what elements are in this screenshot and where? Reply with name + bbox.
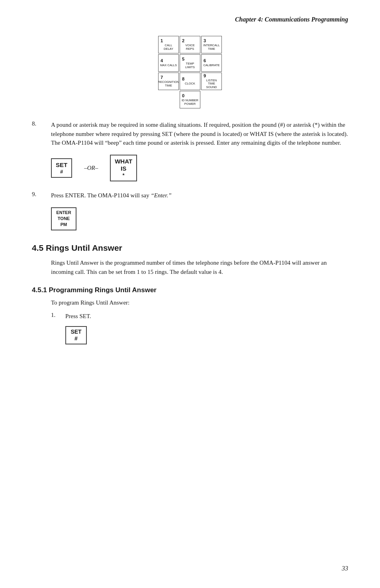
step-8-content: A pound or asterisk may be required in s… bbox=[51, 120, 348, 147]
what-label: WHAT bbox=[115, 158, 132, 165]
step-9-num: 9. bbox=[32, 191, 51, 198]
section-451: 4.5.1 Programming Rings Until Answer To … bbox=[32, 286, 348, 344]
section-451-title: 4.5.1 Programming Rings Until Answer bbox=[32, 286, 348, 294]
set-button-display: SET # bbox=[51, 158, 72, 178]
enter-button-display: ENTER TONE PM bbox=[51, 207, 76, 230]
set-sub: # bbox=[60, 169, 63, 175]
keypad-container: 1 CALLDELAY 2 VOICEREPS 3 INTERCALLTIME … bbox=[32, 36, 348, 108]
step-9-item: 9. Press ENTER. The OMA-P1104 will say “… bbox=[32, 191, 348, 200]
is-label: IS bbox=[121, 165, 126, 172]
step-9-section: 9. Press ENTER. The OMA-P1104 will say “… bbox=[32, 191, 348, 230]
key-0: 0 ID NUMBERPOWER bbox=[180, 91, 200, 108]
section-451-list: To program Rings Until Answer: 1. Press … bbox=[51, 298, 348, 344]
enter-btn-container: ENTER TONE PM bbox=[51, 207, 348, 230]
keypad-grid: 1 CALLDELAY 2 VOICEREPS 3 INTERCALLTIME … bbox=[158, 36, 222, 108]
step-9-content: Press ENTER. The OMA-P1104 will say “Ent… bbox=[51, 191, 348, 200]
key-9: 9 LISTEN TIMESOUND bbox=[201, 73, 222, 90]
key-7: 7 RECOGNITIONTIME bbox=[158, 73, 179, 90]
step1-content: Press SET. SET # bbox=[65, 312, 91, 344]
enter-label: ENTER bbox=[56, 210, 71, 216]
section-45: 4.5 Rings Until Answer Rings Until Answe… bbox=[32, 243, 348, 277]
key-3: 3 INTERCALLTIME bbox=[201, 36, 222, 53]
section-45-body: Rings Until Answer is the programmed num… bbox=[51, 258, 348, 277]
step1-num: 1. bbox=[51, 312, 65, 344]
step-9-italic: “Enter.” bbox=[151, 192, 171, 199]
set-small-sub: # bbox=[74, 335, 78, 342]
set-small-label: SET bbox=[71, 328, 81, 335]
key-4: 4 MAX CALLS bbox=[158, 54, 179, 72]
page-num-value: 33 bbox=[342, 565, 348, 572]
step-9-text: Press ENTER. The OMA-P1104 will say bbox=[51, 192, 151, 199]
key-2: 2 VOICEREPS bbox=[180, 36, 200, 53]
step-8-item: 8. A pound or asterisk may be required i… bbox=[32, 120, 348, 147]
chapter-header: Chapter 4: Communications Programming bbox=[32, 16, 348, 25]
key-1: 1 CALLDELAY bbox=[158, 36, 179, 53]
set-label: SET bbox=[56, 161, 67, 169]
section-451-step1: 1. Press SET. SET # bbox=[51, 312, 348, 344]
set-small-container: SET # bbox=[65, 326, 91, 344]
step1-text: Press SET. bbox=[65, 313, 91, 319]
key-6: 6 CALIBRATE bbox=[201, 54, 222, 72]
section-45-title: 4.5 Rings Until Answer bbox=[32, 243, 348, 253]
set-whatis-row: SET # –OR– WHAT IS * bbox=[51, 155, 348, 182]
key-8: 8 CLOCK bbox=[180, 73, 200, 90]
step-8-section: 8. A pound or asterisk may be required i… bbox=[32, 120, 348, 181]
whatis-button-display: WHAT IS * bbox=[110, 155, 137, 182]
header-title: Chapter 4: Communications Programming bbox=[235, 16, 348, 23]
key-5: 5 TEMP LIMITS bbox=[180, 54, 200, 72]
page-number: 33 bbox=[342, 565, 348, 572]
enter-sub1: TONE bbox=[58, 216, 70, 222]
enter-sub2: PM bbox=[61, 222, 67, 228]
page: Chapter 4: Communications Programming 1 … bbox=[0, 0, 380, 588]
set-small-button: SET # bbox=[65, 326, 87, 344]
step-8-num: 8. bbox=[32, 120, 51, 127]
what-star: * bbox=[123, 172, 125, 179]
step-8-text: A pound or asterisk may be required in s… bbox=[51, 122, 348, 146]
section-451-intro: To program Rings Until Answer: bbox=[51, 298, 348, 307]
or-divider: –OR– bbox=[84, 165, 98, 171]
